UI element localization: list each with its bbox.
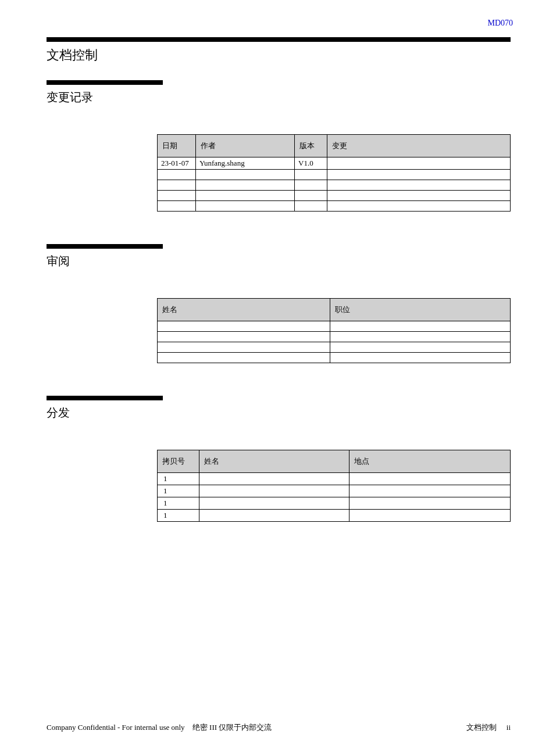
cell-date <box>158 170 196 180</box>
doc-id: MD070 <box>487 19 513 28</box>
distribution-table: 拷贝号 姓名 地点 1 1 1 <box>157 450 511 522</box>
cell-change <box>327 201 511 212</box>
page-title: 文档控制 <box>47 46 511 64</box>
cell-author <box>196 201 295 212</box>
cell-location <box>349 485 511 497</box>
cell-copy: 1 <box>158 497 199 510</box>
table-row <box>158 353 511 363</box>
cell-location <box>349 510 511 522</box>
cell-version <box>295 201 327 212</box>
cell-author: Yunfang.shang <box>196 157 295 170</box>
table-row: 1 <box>158 510 511 522</box>
cell-date <box>158 191 196 201</box>
col-location: 地点 <box>349 450 511 473</box>
cell-author <box>196 180 295 191</box>
table-row <box>158 321 511 332</box>
table-row: 1 <box>158 485 511 497</box>
review-table-wrap: 姓名 职位 <box>157 298 511 363</box>
footer-confidential-en: Company Confidential - For internal use … <box>47 723 185 732</box>
cell-name <box>199 473 349 485</box>
cell-name <box>158 321 330 332</box>
page-footer: Company Confidential - For internal use … <box>47 722 511 733</box>
cell-change <box>327 191 511 201</box>
cell-date <box>158 201 196 212</box>
col-change: 变更 <box>327 135 511 157</box>
col-version: 版本 <box>295 135 327 157</box>
table-row <box>158 201 511 212</box>
rule-section-1 <box>47 80 163 85</box>
section-heading-review: 审阅 <box>47 253 511 269</box>
cell-copy: 1 <box>158 473 199 485</box>
cell-change <box>327 180 511 191</box>
cell-copy: 1 <box>158 510 199 522</box>
table-row <box>158 180 511 191</box>
footer-section-label: 文档控制 <box>466 723 497 732</box>
rule-top <box>47 37 511 42</box>
col-name: 姓名 <box>199 450 349 473</box>
cell-name <box>158 353 330 363</box>
section-heading-distribution: 分发 <box>47 405 511 421</box>
cell-position <box>330 321 511 332</box>
col-date: 日期 <box>158 135 196 157</box>
distribution-table-wrap: 拷贝号 姓名 地点 1 1 1 <box>157 450 511 522</box>
col-author: 作者 <box>196 135 295 157</box>
cell-name <box>158 342 330 353</box>
cell-author <box>196 191 295 201</box>
table-row <box>158 170 511 180</box>
table-row: 1 <box>158 473 511 485</box>
cell-position <box>330 342 511 353</box>
cell-date <box>158 180 196 191</box>
table-row <box>158 342 511 353</box>
footer-left: Company Confidential - For internal use … <box>47 722 272 733</box>
page-number: ii <box>507 723 511 732</box>
cell-name <box>158 332 330 342</box>
table-header-row: 日期 作者 版本 变更 <box>158 135 511 157</box>
page-content: 文档控制 变更记录 日期 作者 版本 变更 23-01-07 Yunfang.s… <box>0 0 535 522</box>
cell-version <box>295 170 327 180</box>
col-copy: 拷贝号 <box>158 450 199 473</box>
cell-name <box>199 485 349 497</box>
cell-change <box>327 170 511 180</box>
table-row <box>158 332 511 342</box>
cell-version <box>295 180 327 191</box>
cell-author <box>196 170 295 180</box>
cell-version <box>295 191 327 201</box>
changelog-table-wrap: 日期 作者 版本 变更 23-01-07 Yunfang.shang V1.0 <box>157 134 511 212</box>
table-row <box>158 191 511 201</box>
footer-confidential-cn: 绝密 III 仅限于内部交流 <box>192 723 272 732</box>
footer-right: 文档控制 ii <box>466 722 511 733</box>
cell-name <box>199 510 349 522</box>
cell-change <box>327 157 511 170</box>
cell-date: 23-01-07 <box>158 157 196 170</box>
cell-location <box>349 497 511 510</box>
table-header-row: 姓名 职位 <box>158 299 511 321</box>
col-position: 职位 <box>330 299 511 321</box>
table-row: 23-01-07 Yunfang.shang V1.0 <box>158 157 511 170</box>
cell-name <box>199 497 349 510</box>
col-name: 姓名 <box>158 299 330 321</box>
cell-location <box>349 473 511 485</box>
changelog-table: 日期 作者 版本 变更 23-01-07 Yunfang.shang V1.0 <box>157 134 511 212</box>
table-row: 1 <box>158 497 511 510</box>
cell-version: V1.0 <box>295 157 327 170</box>
cell-copy: 1 <box>158 485 199 497</box>
section-heading-changelog: 变更记录 <box>47 89 511 105</box>
rule-section-3 <box>47 396 163 400</box>
table-header-row: 拷贝号 姓名 地点 <box>158 450 511 473</box>
cell-position <box>330 332 511 342</box>
cell-position <box>330 353 511 363</box>
review-table: 姓名 职位 <box>157 298 511 363</box>
rule-section-2 <box>47 244 163 249</box>
